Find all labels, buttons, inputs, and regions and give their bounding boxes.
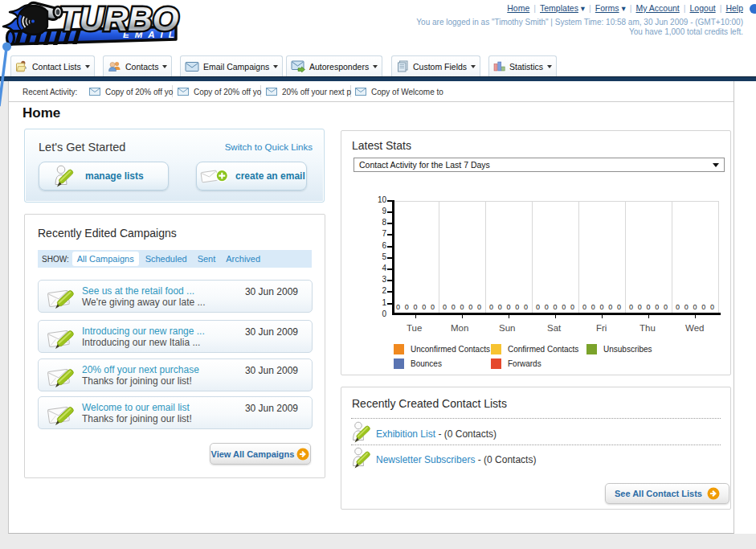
svg-text:TURBO: TURBO (59, 0, 178, 38)
